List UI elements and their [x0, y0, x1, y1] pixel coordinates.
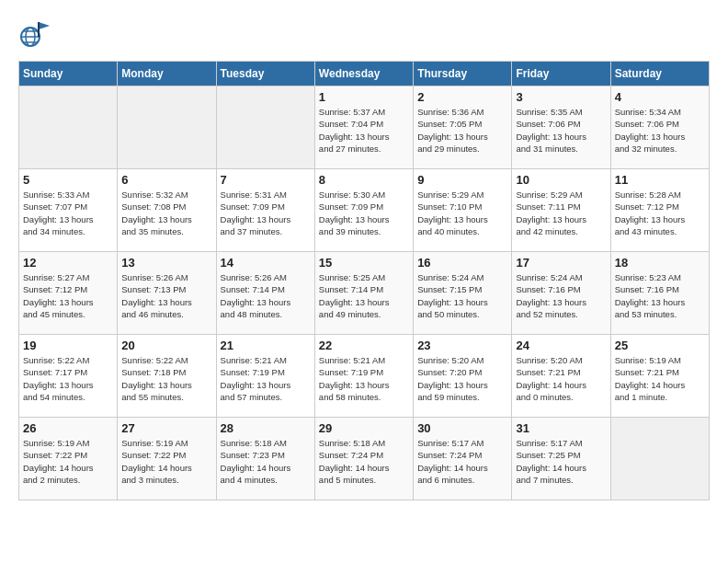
day-number: 3 — [516, 90, 606, 104]
day-detail: Sunrise: 5:34 AM Sunset: 7:06 PM Dayligh… — [615, 106, 705, 155]
day-detail: Sunrise: 5:18 AM Sunset: 7:23 PM Dayligh… — [221, 437, 311, 486]
week-row-5: 26Sunrise: 5:19 AM Sunset: 7:22 PM Dayli… — [19, 418, 710, 500]
day-number: 22 — [319, 339, 409, 352]
header-day-tuesday: Tuesday — [216, 62, 314, 86]
day-number: 9 — [417, 173, 507, 187]
calendar-header: SundayMondayTuesdayWednesdayThursdayFrid… — [19, 62, 710, 86]
header-row: SundayMondayTuesdayWednesdayThursdayFrid… — [19, 62, 710, 86]
day-detail: Sunrise: 5:17 AM Sunset: 7:25 PM Dayligh… — [516, 437, 606, 486]
week-row-4: 19Sunrise: 5:22 AM Sunset: 7:17 PM Dayli… — [19, 335, 710, 418]
day-detail: Sunrise: 5:18 AM Sunset: 7:24 PM Dayligh… — [319, 437, 409, 486]
calendar-cell — [610, 418, 709, 500]
day-number: 28 — [221, 421, 311, 435]
calendar-cell — [216, 86, 314, 169]
calendar-cell: 24Sunrise: 5:20 AM Sunset: 7:21 PM Dayli… — [512, 335, 610, 418]
header-day-friday: Friday — [512, 62, 610, 86]
day-number: 20 — [121, 339, 211, 352]
day-detail: Sunrise: 5:24 AM Sunset: 7:15 PM Dayligh… — [417, 271, 507, 320]
day-detail: Sunrise: 5:19 AM Sunset: 7:22 PM Dayligh… — [23, 437, 113, 486]
calendar-body: 1Sunrise: 5:37 AM Sunset: 7:04 PM Daylig… — [19, 86, 710, 500]
day-number: 17 — [516, 256, 606, 270]
day-detail: Sunrise: 5:33 AM Sunset: 7:07 PM Dayligh… — [23, 189, 113, 237]
day-detail: Sunrise: 5:21 AM Sunset: 7:19 PM Dayligh… — [319, 354, 409, 403]
day-number: 25 — [615, 339, 705, 352]
day-number: 29 — [319, 421, 409, 435]
calendar-cell: 10Sunrise: 5:29 AM Sunset: 7:11 PM Dayli… — [512, 169, 610, 252]
header-day-monday: Monday — [118, 62, 216, 86]
calendar-cell: 8Sunrise: 5:30 AM Sunset: 7:09 PM Daylig… — [314, 169, 413, 252]
day-number: 5 — [23, 173, 113, 187]
logo-icon — [18, 18, 51, 52]
day-detail: Sunrise: 5:20 AM Sunset: 7:20 PM Dayligh… — [417, 354, 507, 403]
week-row-1: 1Sunrise: 5:37 AM Sunset: 7:04 PM Daylig… — [19, 86, 710, 169]
calendar-cell: 18Sunrise: 5:23 AM Sunset: 7:16 PM Dayli… — [610, 252, 709, 335]
day-detail: Sunrise: 5:19 AM Sunset: 7:21 PM Dayligh… — [615, 354, 705, 403]
calendar-cell: 16Sunrise: 5:24 AM Sunset: 7:15 PM Dayli… — [414, 252, 512, 335]
calendar-cell: 3Sunrise: 5:35 AM Sunset: 7:06 PM Daylig… — [512, 86, 610, 169]
calendar-cell: 28Sunrise: 5:18 AM Sunset: 7:23 PM Dayli… — [216, 418, 314, 500]
calendar-cell: 20Sunrise: 5:22 AM Sunset: 7:18 PM Dayli… — [118, 335, 216, 418]
week-row-3: 12Sunrise: 5:27 AM Sunset: 7:12 PM Dayli… — [19, 252, 710, 335]
calendar-cell: 9Sunrise: 5:29 AM Sunset: 7:10 PM Daylig… — [414, 169, 512, 252]
day-number: 16 — [417, 256, 507, 270]
day-number: 19 — [23, 339, 113, 352]
day-detail: Sunrise: 5:22 AM Sunset: 7:17 PM Dayligh… — [23, 354, 113, 403]
calendar-cell: 13Sunrise: 5:26 AM Sunset: 7:13 PM Dayli… — [118, 252, 216, 335]
header-day-wednesday: Wednesday — [314, 62, 413, 86]
day-detail: Sunrise: 5:19 AM Sunset: 7:22 PM Dayligh… — [121, 437, 211, 486]
day-detail: Sunrise: 5:28 AM Sunset: 7:12 PM Dayligh… — [615, 189, 705, 237]
day-detail: Sunrise: 5:29 AM Sunset: 7:10 PM Dayligh… — [417, 189, 507, 237]
day-number: 11 — [615, 173, 705, 187]
calendar-cell: 17Sunrise: 5:24 AM Sunset: 7:16 PM Dayli… — [512, 252, 610, 335]
day-number: 30 — [417, 421, 507, 435]
day-number: 15 — [319, 256, 409, 270]
day-detail: Sunrise: 5:36 AM Sunset: 7:05 PM Dayligh… — [417, 106, 507, 155]
day-number: 13 — [121, 256, 211, 270]
day-number: 31 — [516, 421, 606, 435]
calendar-cell: 21Sunrise: 5:21 AM Sunset: 7:19 PM Dayli… — [216, 335, 314, 418]
calendar-cell: 26Sunrise: 5:19 AM Sunset: 7:22 PM Dayli… — [19, 418, 118, 500]
day-detail: Sunrise: 5:29 AM Sunset: 7:11 PM Dayligh… — [516, 189, 606, 237]
page-header — [18, 18, 710, 52]
day-number: 6 — [121, 173, 211, 187]
day-detail: Sunrise: 5:37 AM Sunset: 7:04 PM Dayligh… — [319, 106, 409, 155]
day-detail: Sunrise: 5:23 AM Sunset: 7:16 PM Dayligh… — [615, 271, 705, 320]
day-number: 18 — [615, 256, 705, 270]
week-row-2: 5Sunrise: 5:33 AM Sunset: 7:07 PM Daylig… — [19, 169, 710, 252]
calendar-cell: 11Sunrise: 5:28 AM Sunset: 7:12 PM Dayli… — [610, 169, 709, 252]
calendar-cell: 1Sunrise: 5:37 AM Sunset: 7:04 PM Daylig… — [314, 86, 413, 169]
calendar-cell: 23Sunrise: 5:20 AM Sunset: 7:20 PM Dayli… — [414, 335, 512, 418]
day-detail: Sunrise: 5:35 AM Sunset: 7:06 PM Dayligh… — [516, 106, 606, 155]
day-detail: Sunrise: 5:30 AM Sunset: 7:09 PM Dayligh… — [319, 189, 409, 237]
day-number: 2 — [417, 90, 507, 104]
logo — [18, 18, 57, 52]
calendar-cell: 5Sunrise: 5:33 AM Sunset: 7:07 PM Daylig… — [19, 169, 118, 252]
day-number: 21 — [221, 339, 311, 352]
calendar-cell: 27Sunrise: 5:19 AM Sunset: 7:22 PM Dayli… — [118, 418, 216, 500]
day-detail: Sunrise: 5:17 AM Sunset: 7:24 PM Dayligh… — [417, 437, 507, 486]
day-detail: Sunrise: 5:31 AM Sunset: 7:09 PM Dayligh… — [221, 189, 311, 237]
calendar-cell — [118, 86, 216, 169]
calendar-cell: 4Sunrise: 5:34 AM Sunset: 7:06 PM Daylig… — [610, 86, 709, 169]
calendar-cell: 6Sunrise: 5:32 AM Sunset: 7:08 PM Daylig… — [118, 169, 216, 252]
day-detail: Sunrise: 5:24 AM Sunset: 7:16 PM Dayligh… — [516, 271, 606, 320]
calendar-cell: 22Sunrise: 5:21 AM Sunset: 7:19 PM Dayli… — [314, 335, 413, 418]
calendar-cell: 7Sunrise: 5:31 AM Sunset: 7:09 PM Daylig… — [216, 169, 314, 252]
calendar-table: SundayMondayTuesdayWednesdayThursdayFrid… — [18, 61, 710, 500]
calendar-cell: 31Sunrise: 5:17 AM Sunset: 7:25 PM Dayli… — [512, 418, 610, 500]
day-number: 10 — [516, 173, 606, 187]
header-day-sunday: Sunday — [19, 62, 118, 86]
calendar-cell: 30Sunrise: 5:17 AM Sunset: 7:24 PM Dayli… — [414, 418, 512, 500]
calendar-cell: 2Sunrise: 5:36 AM Sunset: 7:05 PM Daylig… — [414, 86, 512, 169]
day-number: 27 — [121, 421, 211, 435]
calendar-cell — [19, 86, 118, 169]
day-number: 8 — [319, 173, 409, 187]
calendar-cell: 15Sunrise: 5:25 AM Sunset: 7:14 PM Dayli… — [314, 252, 413, 335]
day-detail: Sunrise: 5:20 AM Sunset: 7:21 PM Dayligh… — [516, 354, 606, 403]
header-day-thursday: Thursday — [414, 62, 512, 86]
header-day-saturday: Saturday — [610, 62, 709, 86]
day-detail: Sunrise: 5:26 AM Sunset: 7:13 PM Dayligh… — [121, 271, 211, 320]
calendar-cell: 19Sunrise: 5:22 AM Sunset: 7:17 PM Dayli… — [19, 335, 118, 418]
day-number: 7 — [221, 173, 311, 187]
calendar-cell: 29Sunrise: 5:18 AM Sunset: 7:24 PM Dayli… — [314, 418, 413, 500]
